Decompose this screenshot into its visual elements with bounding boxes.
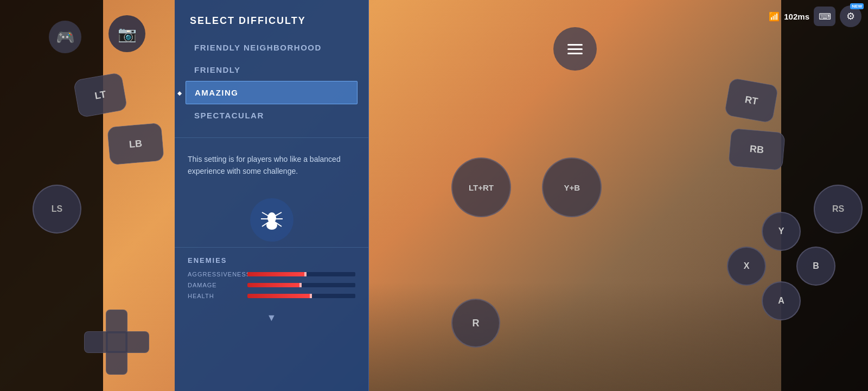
dpad-up[interactable] bbox=[106, 310, 127, 333]
dpad-left bbox=[84, 310, 149, 375]
menu-line-3 bbox=[567, 53, 583, 54]
spider-icon-container bbox=[175, 193, 368, 247]
dpad-left-btn[interactable] bbox=[84, 331, 108, 353]
stat-bar-health-container bbox=[247, 294, 355, 298]
enemies-title: ENEMIES bbox=[188, 256, 355, 264]
dpad-center bbox=[106, 331, 127, 353]
menu-button[interactable] bbox=[553, 27, 597, 71]
b-button[interactable]: B bbox=[796, 247, 835, 286]
menu-line-1 bbox=[567, 44, 583, 46]
yb-combo-button[interactable]: Y+B bbox=[542, 157, 602, 217]
stat-bar-health bbox=[247, 294, 312, 298]
difficulty-option-friendly[interactable]: FRIENDLY bbox=[186, 59, 358, 81]
stat-row-aggressiveness: AGGRESSIVENESS bbox=[188, 271, 355, 278]
spider-icon bbox=[250, 198, 293, 242]
difficulty-options: FRIENDLY NEIGHBORHOOD FRIENDLY AMAZING S… bbox=[175, 36, 368, 127]
lb-button[interactable]: LB bbox=[107, 123, 164, 165]
dpad-down[interactable] bbox=[106, 351, 127, 375]
stat-bar-damage bbox=[247, 283, 302, 287]
r-button[interactable]: R bbox=[451, 299, 500, 348]
keyboard-button[interactable]: ⌨ bbox=[814, 7, 835, 26]
menu-lines-icon bbox=[567, 44, 583, 54]
ls-button[interactable]: LS bbox=[33, 185, 81, 234]
settings-button[interactable]: ⚙ NEW bbox=[840, 5, 861, 27]
dpad-right-btn[interactable] bbox=[125, 331, 149, 353]
enemies-section: ENEMIES AGGRESSIVENESS DAMAGE HEALTH bbox=[175, 247, 368, 299]
menu-line-2 bbox=[567, 48, 583, 50]
stat-label-health: HEALTH bbox=[188, 293, 242, 299]
difficulty-option-friendly-neighborhood[interactable]: FRIENDLY NEIGHBORHOOD bbox=[186, 36, 358, 59]
stat-bar-aggressiveness bbox=[247, 272, 307, 276]
wifi-icon: 📶 bbox=[769, 11, 780, 22]
new-badge: NEW bbox=[850, 3, 864, 9]
stat-label-aggressiveness: AGGRESSIVENESS bbox=[188, 271, 242, 278]
stat-bar-damage-container bbox=[247, 283, 355, 287]
dropdown-arrow[interactable]: ▼ bbox=[175, 304, 368, 332]
difficulty-description: This setting is for players who like a b… bbox=[175, 137, 368, 193]
game-overlay-buttons: LT+RT Y+B R bbox=[369, 0, 781, 391]
controller-left: 🎮 LT LB LS bbox=[0, 0, 103, 391]
stat-bar-aggressiveness-container bbox=[247, 272, 355, 276]
stat-row-damage: DAMAGE bbox=[188, 282, 355, 288]
difficulty-option-amazing[interactable]: AMAZING bbox=[186, 81, 358, 104]
difficulty-panel: SELECT DIFFICULTY FRIENDLY NEIGHBORHOOD … bbox=[175, 0, 369, 391]
top-bar: 📶 102ms ⌨ ⚙ NEW bbox=[0, 0, 868, 33]
stat-row-health: HEALTH bbox=[188, 293, 355, 299]
difficulty-option-spectacular[interactable]: SPECTACULAR bbox=[186, 104, 358, 127]
stat-label-damage: DAMAGE bbox=[188, 282, 242, 288]
ltrt-combo-button[interactable]: LT+RT bbox=[451, 157, 511, 217]
ping-display: 102ms bbox=[784, 12, 809, 21]
